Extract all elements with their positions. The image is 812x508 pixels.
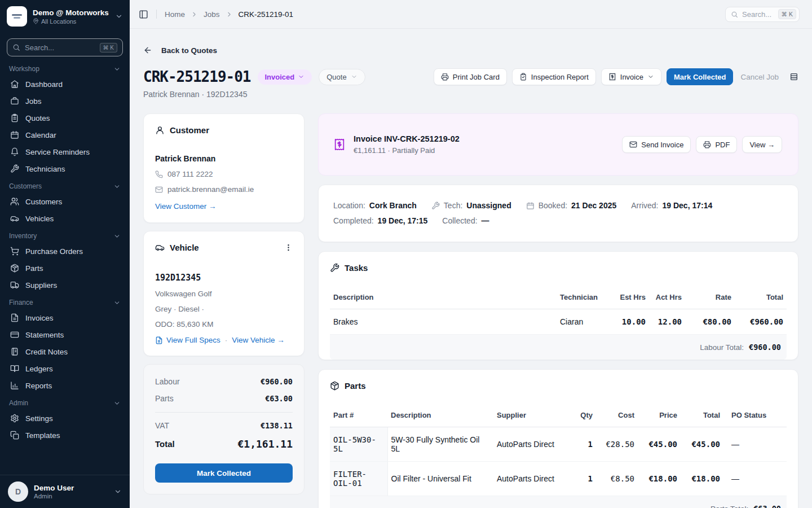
sidebar-section-finance[interactable]: Finance: [5, 294, 125, 309]
part-row[interactable]: FILTER-OIL-01 Oil Filter - Universal Fit…: [330, 462, 787, 496]
tasks-header-row: Description Technician Est Hrs Act Hrs R…: [330, 293, 787, 309]
collected-value: —: [482, 214, 489, 228]
mark-collected-button[interactable]: Mark Collected: [155, 463, 293, 483]
sidebar-section-customers[interactable]: Customers: [5, 177, 125, 193]
credit-card-icon: [10, 330, 19, 339]
col-cost: Cost: [596, 411, 638, 427]
sidebar-item-parts[interactable]: Parts: [5, 260, 125, 277]
sidebar-item-suppliers[interactable]: Suppliers: [5, 277, 125, 294]
sidebar-item-calendar[interactable]: Calendar: [5, 126, 125, 143]
status-badge[interactable]: Invoiced: [258, 69, 312, 85]
breadcrumb: Home Jobs CRK-251219-01: [165, 10, 293, 19]
breadcrumb-jobs[interactable]: Jobs: [204, 10, 220, 19]
part-po-status: —: [723, 427, 787, 462]
sidebar-item-customers[interactable]: Customers: [5, 193, 125, 210]
home-icon: [10, 80, 19, 89]
part-cost: €28.50: [596, 427, 638, 462]
chevron-down-icon: [113, 299, 121, 306]
divider: [156, 10, 157, 19]
inspection-report-button[interactable]: Inspection Report: [512, 68, 596, 85]
package-icon: [10, 264, 19, 273]
global-search-shortcut: ⌘ K: [778, 9, 796, 19]
sidebar-item-settings[interactable]: Settings: [5, 410, 125, 427]
sidebar-item-technicians[interactable]: Technicians: [5, 160, 125, 177]
task-row[interactable]: Brakes Ciaran 10.00 12.00 €80.00 €960.00: [330, 309, 787, 335]
breadcrumb-home[interactable]: Home: [165, 10, 185, 19]
sidebar-item-quotes[interactable]: Quotes: [5, 110, 125, 126]
part-description: Oil Filter - Universal Fit: [387, 462, 493, 496]
part-qty: 1: [570, 462, 596, 496]
sidebar-toggle-icon[interactable]: [139, 10, 148, 19]
sidebar-search-input[interactable]: Search... ⌘ K: [7, 38, 123, 56]
sidebar-item-statements[interactable]: Statements: [5, 326, 125, 343]
sidebar-item-invoices[interactable]: Invoices: [5, 309, 125, 326]
main-area: Home Jobs CRK-251219-01 Search... ⌘ K Ba…: [130, 0, 812, 508]
activity-log-icon[interactable]: [789, 72, 798, 81]
col-po-status: PO Status: [723, 411, 787, 427]
invoice-pdf-button[interactable]: PDF: [696, 136, 737, 153]
sidebar-item-service-reminders[interactable]: Service Reminders: [5, 143, 125, 160]
sidebar-item-ledgers[interactable]: Ledgers: [5, 360, 125, 377]
sidebar-section-inventory[interactable]: Inventory: [5, 227, 125, 243]
user-menu[interactable]: D Demo User Admin: [0, 475, 130, 508]
parts-card-title: Parts: [345, 381, 366, 391]
print-job-card-button[interactable]: Print Job Card: [434, 68, 507, 85]
job-actions: Print Job Card Inspection Report Invoice…: [434, 68, 798, 85]
org-switcher[interactable]: Demo @ Motorworks All Locations: [0, 0, 130, 33]
chevron-down-icon: [647, 73, 654, 80]
sidebar-item-reports[interactable]: Reports: [5, 377, 125, 394]
sidebar-section-workshop[interactable]: Workshop: [5, 60, 125, 76]
back-to-quotes-link[interactable]: Back to Quotes: [143, 46, 798, 55]
bar-chart-icon: [10, 381, 19, 390]
vehicle-menu-icon[interactable]: [284, 243, 293, 252]
parts-card: Parts Part # Description Supplier Qty Co…: [318, 369, 798, 508]
part-row[interactable]: OIL-5W30-5L 5W-30 Fully Synthetic Oil 5L…: [330, 427, 787, 462]
view-invoice-button[interactable]: View →: [742, 136, 782, 153]
sidebar-item-vehicles[interactable]: Vehicles: [5, 210, 125, 227]
status-badge-label: Invoiced: [265, 73, 295, 81]
nav-label: Customers: [25, 198, 62, 206]
view-customer-link[interactable]: View Customer →: [155, 202, 217, 211]
labour-label: Labour: [155, 377, 180, 386]
view-full-specs-link[interactable]: View Full Specs: [155, 336, 220, 344]
stage-dropdown[interactable]: Quote: [319, 69, 365, 85]
tasks-table: Description Technician Est Hrs Act Hrs R…: [330, 293, 787, 335]
global-search-input[interactable]: Search... ⌘ K: [725, 7, 800, 22]
view-vehicle-link[interactable]: View Vehicle →: [232, 336, 285, 344]
parts-value: €63.00: [265, 394, 293, 403]
sidebar-item-dashboard[interactable]: Dashboard: [5, 76, 125, 93]
nav-label: Vehicles: [25, 214, 54, 223]
col-total: Total: [681, 411, 723, 427]
part-price: €45.00: [638, 427, 681, 462]
search-icon: [12, 43, 20, 51]
vat-value: €138.11: [261, 421, 293, 430]
job-collected: Collected: —: [442, 214, 489, 228]
chevron-down-icon[interactable]: [115, 12, 123, 20]
section-label: Finance: [9, 299, 33, 306]
invoice-dropdown-button[interactable]: Invoice: [601, 68, 661, 85]
send-invoice-button[interactable]: Send Invoice: [622, 136, 691, 153]
wrench-icon: [10, 164, 19, 173]
button-label: Send Invoice: [641, 141, 683, 149]
part-po-status: —: [723, 462, 787, 496]
part-total: €18.00: [681, 462, 723, 496]
sidebar-item-templates[interactable]: Templates: [5, 427, 125, 444]
labour-total-value: €960.00: [749, 343, 781, 352]
sidebar-item-credit-notes[interactable]: Credit Notes: [5, 343, 125, 360]
vehicle-odometer: ODO: 85,630 KM: [155, 320, 293, 329]
mark-collected-button[interactable]: Mark Collected: [667, 68, 733, 85]
sidebar-item-purchase-orders[interactable]: Purchase Orders: [5, 243, 125, 260]
copy-icon: [10, 431, 19, 440]
sidebar-item-jobs[interactable]: Jobs: [5, 93, 125, 110]
col-price: Price: [638, 411, 681, 427]
col-rate: Rate: [685, 293, 735, 309]
invoice-title: Invoice INV-CRK-251219-02: [354, 134, 460, 143]
cancel-job-link[interactable]: Cancel Job: [740, 73, 779, 81]
printer-icon: [703, 141, 711, 148]
sidebar-section-admin[interactable]: Admin: [5, 394, 125, 410]
task-total: €960.00: [735, 309, 787, 335]
car-icon: [10, 214, 19, 223]
nav-label: Credit Notes: [25, 348, 68, 356]
job-header: CRK-251219-01 Invoiced Quote Print Job C…: [143, 68, 798, 85]
cart-icon: [10, 247, 19, 256]
